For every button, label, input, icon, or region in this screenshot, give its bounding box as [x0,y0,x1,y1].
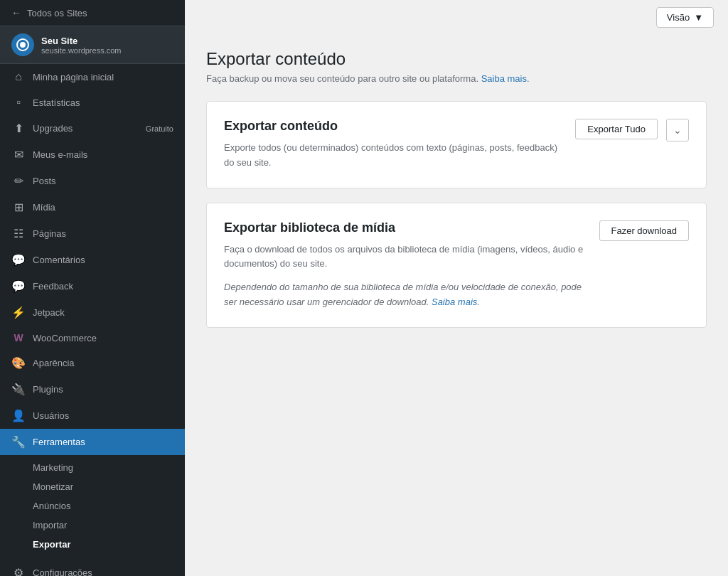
nav-label: Comentários [33,255,85,265]
ferramentas-submenu: Marketing Monetizar Anúncios Importar Ex… [0,455,185,560]
site-url: seusite.wordpress.com [41,46,122,55]
nav-label: WooCommerce [33,333,97,343]
back-arrow-icon: ← [11,7,21,18]
sidebar-item-minha-pagina[interactable]: ⌂ Minha página inicial [0,64,185,90]
visao-label: Visão [667,12,690,23]
submenu-anuncios[interactable]: Anúncios [0,496,185,516]
media-icon: ⊞ [11,201,26,214]
exportar-tudo-button[interactable]: Exportar Tudo [575,119,658,139]
nav-label: Páginas [33,228,66,239]
card-body: Exportar conteúdo Exporte todos (ou dete… [207,102,706,188]
card-actions: Fazer download [599,220,690,241]
nav-label: Configurações [33,567,92,576]
nav-label: Usuários [33,410,69,421]
back-label: Todos os Sites [27,8,87,18]
card-body: Exportar biblioteca de mídia Faça o down… [207,203,706,327]
sidebar-footer: ⚙ Configurações ◀ Recolher Menu [0,560,185,576]
saiba-mais-midia-link[interactable]: Saiba mais [432,297,477,307]
upgrades-badge: Gratuito [146,124,173,133]
posts-icon: ✏ [11,174,26,188]
sidebar-item-paginas[interactable]: ☷ Páginas [0,220,185,247]
home-icon: ⌂ [11,70,26,83]
submenu-importar[interactable]: Importar [0,516,185,535]
nav-label: Ferramentas [33,437,85,447]
jetpack-icon: ⚡ [11,306,26,319]
site-info: Seu Site seusite.wordpress.com [41,36,122,55]
sidebar-item-aparencia[interactable]: 🎨 Aparência [0,350,185,376]
sidebar-item-woocommerce[interactable]: W WooCommerce [0,326,185,350]
site-name: Seu Site [41,36,122,46]
nav-label: Aparência [33,358,75,368]
topbar: Visão ▼ [185,0,728,35]
visao-chevron-icon: ▼ [694,12,703,23]
card-actions: Exportar Tudo ⌄ [575,119,689,142]
card-italic-text: Dependendo do tamanho de sua biblioteca … [224,280,585,310]
nav-label: Feedback [33,281,73,292]
italic-text: Dependendo do tamanho de sua biblioteca … [224,282,582,307]
site-icon-inner [16,38,29,51]
woo-icon: W [11,332,26,343]
content-area: Exportar conteúdo Faça backup ou mova se… [185,35,728,576]
subtitle-text: Faça backup ou mova seu conteúdo para ou… [206,73,478,84]
expand-button[interactable]: ⌄ [666,119,689,142]
stats-icon: ▫ [11,96,26,109]
sidebar-item-estatisticas[interactable]: ▫ Estatísticas [0,90,185,115]
submenu-monetizar[interactable]: Monetizar [0,477,185,496]
nav-label: Plugins [33,384,63,395]
appearance-icon: 🎨 [11,356,26,370]
nav-menu: ⌂ Minha página inicial ▫ Estatísticas ⬆ … [0,64,185,455]
sidebar-item-jetpack[interactable]: ⚡ Jetpack [0,299,185,326]
settings-icon: ⚙ [11,566,26,576]
saiba-mais-link[interactable]: Saiba mais [481,73,527,84]
visao-button[interactable]: Visão ▼ [656,7,714,28]
back-to-sites[interactable]: ← Todos os Sites [0,0,185,26]
card-title: Exportar conteúdo [224,119,561,134]
comments-icon: 💬 [11,253,26,267]
sidebar-item-usuarios[interactable]: 👤 Usuários [0,402,185,429]
sidebar-item-upgrades[interactable]: ⬆ Upgrades Gratuito [0,115,185,142]
card-exportar-midia: Exportar biblioteca de mídia Faça o down… [206,203,707,328]
sidebar-item-configuracoes[interactable]: ⚙ Configurações [0,560,185,576]
site-icon [11,33,34,56]
users-icon: 👤 [11,409,26,422]
sidebar-item-feedback[interactable]: 💬 Feedback [0,273,185,299]
page-title: Exportar conteúdo [206,49,707,69]
page-subtitle: Faça backup ou mova seu conteúdo para ou… [206,73,707,84]
sidebar-item-meus-emails[interactable]: ✉ Meus e-mails [0,142,185,168]
mail-icon: ✉ [11,148,26,161]
feedback-icon: 💬 [11,279,26,293]
pages-icon: ☷ [11,227,26,240]
chevron-down-icon: ⌄ [673,124,682,136]
card-content: Exportar conteúdo Exporte todos (ou dete… [224,119,561,171]
card-exportar-conteudo: Exportar conteúdo Exporte todos (ou dete… [206,101,707,188]
site-item[interactable]: Seu Site seusite.wordpress.com [0,26,185,64]
sidebar-item-plugins[interactable]: 🔌 Plugins [0,376,185,402]
submenu-marketing[interactable]: Marketing [0,458,185,477]
card-content: Exportar biblioteca de mídia Faça o down… [224,220,585,310]
nav-label: Mídia [33,202,55,213]
sidebar-item-comentarios[interactable]: 💬 Comentários [0,247,185,273]
card-title: Exportar biblioteca de mídia [224,220,585,235]
nav-label: Posts [33,176,56,186]
plugins-icon: 🔌 [11,383,26,396]
nav-label: Meus e-mails [33,149,87,160]
nav-label: Estatísticas [33,97,80,108]
sidebar-item-ferramentas[interactable]: 🔧 Ferramentas [0,429,185,455]
card-text: Exporte todos (ou determinados) conteúdo… [224,141,561,171]
main-content: Visão ▼ Exportar conteúdo Faça backup ou… [185,0,728,576]
sidebar: ← Todos os Sites Seu Site seusite.wordpr… [0,0,185,576]
nav-label: Upgrades [33,123,73,134]
sidebar-item-posts[interactable]: ✏ Posts [0,168,185,194]
submenu-exportar[interactable]: Exportar [0,535,185,554]
fazer-download-button[interactable]: Fazer download [599,220,690,241]
sidebar-item-midia[interactable]: ⊞ Mídia [0,194,185,220]
nav-label: Minha página inicial [33,72,114,82]
upgrade-icon: ⬆ [11,122,26,135]
card-text: Faça o download de todos os arquivos da … [224,242,585,272]
nav-label: Jetpack [33,307,65,318]
tools-icon: 🔧 [11,435,26,449]
